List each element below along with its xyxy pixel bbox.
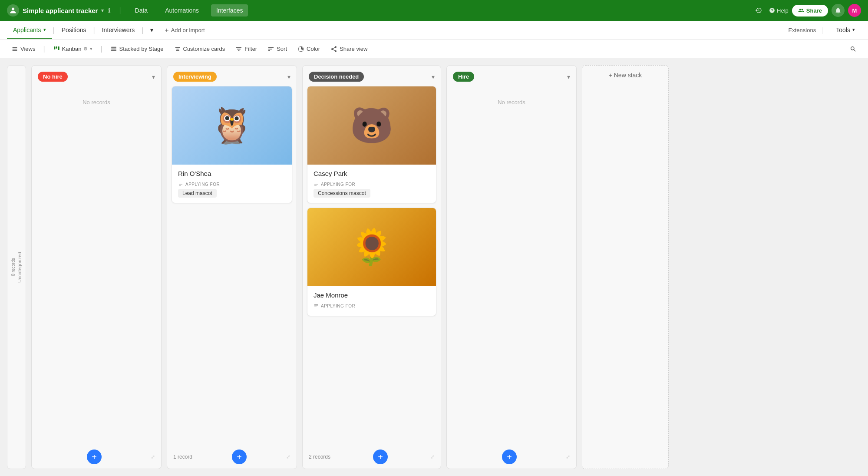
filter-button[interactable]: Filter <box>231 43 261 55</box>
new-stack-label: + New stack <box>609 72 642 79</box>
title-arrow: ▾ <box>101 8 104 13</box>
casey-applying-for-text: APPLYING FOR <box>321 182 355 187</box>
subnav-applicants[interactable]: Applicants ▾ <box>7 22 52 39</box>
sep2: | <box>92 26 96 34</box>
color-button[interactable]: Color <box>293 43 324 55</box>
nav-automations[interactable]: Automations <box>160 4 204 17</box>
no-hire-body: No records <box>32 86 161 445</box>
decision-needed-add-button[interactable]: + <box>373 450 388 464</box>
more-nav-button[interactable]: ▾ <box>144 22 159 39</box>
interviewing-add-button[interactable]: + <box>232 450 247 464</box>
logo-icon <box>7 4 19 17</box>
decision-needed-expand[interactable]: ⤢ <box>430 454 435 460</box>
interviewing-badge[interactable]: Interviewing <box>173 72 217 82</box>
filter-label: Filter <box>244 46 257 52</box>
no-hire-expand[interactable]: ⤢ <box>151 454 155 460</box>
jae-applying-for-text: APPLYING FOR <box>321 304 355 308</box>
nav-data[interactable]: Data <box>130 4 153 17</box>
hire-chevron[interactable]: ▾ <box>567 73 570 80</box>
hire-badge[interactable]: Hire <box>453 72 474 82</box>
casey-card-body: Casey Park APPLYING FOR Concessions masc… <box>307 165 436 203</box>
kanban-arrow: ▾ <box>90 46 92 52</box>
tools-button[interactable]: Tools ▾ <box>830 22 861 39</box>
card-jae[interactable]: 🌻 Jae Monroe APPLYING FOR <box>307 208 436 316</box>
share-button[interactable]: Share <box>792 5 828 17</box>
column-hire: Hire ▾ No records + ⤢ <box>446 65 577 469</box>
sep4: | <box>821 26 825 34</box>
subnav-interviewers[interactable]: Interviewers <box>96 22 141 39</box>
uncategorized-label: Uncategorized <box>17 252 22 283</box>
interviewing-expand[interactable]: ⤢ <box>286 454 290 460</box>
subnav-positions[interactable]: Positions <box>56 22 92 39</box>
app-title: Simple applicant tracker <box>23 7 98 14</box>
interviewing-body: 🦉 Rin O'Shea APPLYING FOR Lead mascot <box>167 86 297 445</box>
stacked-button[interactable]: Stacked by Stage <box>106 43 168 55</box>
svg-rect-4 <box>111 48 116 49</box>
board: Uncategorized 0 records No hire ▾ No rec… <box>0 58 868 476</box>
svg-rect-5 <box>111 50 116 51</box>
more-arrow: ▾ <box>150 26 153 33</box>
rin-applying-label: APPLYING FOR <box>178 182 286 187</box>
svg-rect-0 <box>54 46 55 50</box>
help-button[interactable]: Help <box>769 7 789 14</box>
sort-button[interactable]: Sort <box>263 43 291 55</box>
nav-interfaces[interactable]: Interfaces <box>211 4 248 17</box>
search-button[interactable] <box>845 43 861 55</box>
column-interviewing-header: Interviewing ▾ <box>167 66 297 86</box>
subnav-right: Extensions | Tools ▾ <box>789 22 861 39</box>
share-view-label: Share view <box>340 46 367 52</box>
decision-needed-chevron[interactable]: ▾ <box>432 73 435 80</box>
casey-applying-label: APPLYING FOR <box>314 182 430 187</box>
extensions-button[interactable]: Extensions <box>789 27 816 33</box>
card-rin[interactable]: 🦉 Rin O'Shea APPLYING FOR Lead mascot <box>172 86 292 203</box>
help-label: Help <box>777 7 789 14</box>
no-hire-chevron[interactable]: ▾ <box>152 73 155 80</box>
sep1: | <box>52 26 56 34</box>
applicants-arrow: ▾ <box>43 27 46 33</box>
rin-position: Lead mascot <box>178 189 217 198</box>
decision-needed-footer: 2 records + ⤢ <box>303 445 441 469</box>
applicants-label: Applicants <box>13 26 41 33</box>
add-icon: + <box>165 26 168 34</box>
kanban-button[interactable]: Kanban ⚙ ▾ <box>49 43 97 55</box>
tools-label: Tools <box>836 26 850 33</box>
app-logo[interactable]: Simple applicant tracker ▾ ℹ <box>7 4 110 17</box>
share-view-button[interactable]: Share view <box>326 43 372 55</box>
svg-rect-1 <box>56 46 57 49</box>
hire-expand[interactable]: ⤢ <box>566 454 570 460</box>
hire-empty: No records <box>451 86 572 119</box>
decision-needed-badge[interactable]: Decision needed <box>309 72 364 82</box>
add-import-button[interactable]: + Add or import <box>159 23 210 38</box>
card-casey[interactable]: 🐻 Casey Park APPLYING FOR Concessions ma… <box>307 86 436 203</box>
rin-image: 🦉 <box>172 86 292 165</box>
views-button[interactable]: Views <box>7 43 40 55</box>
new-stack-inner: + New stack <box>609 72 642 79</box>
history-button[interactable] <box>752 3 766 17</box>
no-hire-badge[interactable]: No hire <box>38 72 68 82</box>
decision-needed-count: 2 records <box>309 454 330 460</box>
no-hire-empty: No records <box>36 86 157 119</box>
interviewing-chevron[interactable]: ▾ <box>287 73 290 80</box>
svg-rect-3 <box>111 46 116 47</box>
jae-applying-label: APPLYING FOR <box>314 303 430 308</box>
stacked-label: Stacked by Stage <box>119 46 164 52</box>
uncategorized-column[interactable]: Uncategorized 0 records <box>7 65 26 469</box>
svg-rect-2 <box>58 46 59 50</box>
column-interviewing: Interviewing ▾ 🦉 Rin O'Shea APPLYING FOR… <box>167 65 297 469</box>
toolbar-sep1: | <box>43 45 45 53</box>
customize-button[interactable]: Customize cards <box>170 43 230 55</box>
toolbar-right <box>845 43 861 55</box>
new-stack-button[interactable]: + New stack <box>582 65 669 469</box>
user-avatar[interactable]: M <box>848 4 861 17</box>
customize-label: Customize cards <box>183 46 225 52</box>
toolbar: Views | Kanban ⚙ ▾ | Stacked by Stage Cu… <box>0 40 868 58</box>
notifications-button[interactable] <box>832 4 845 17</box>
casey-position: Concessions mascot <box>314 189 370 198</box>
kanban-label: Kanban <box>62 46 82 52</box>
no-hire-add-button[interactable]: + <box>87 450 102 464</box>
column-hire-header: Hire ▾ <box>447 66 576 86</box>
hire-add-button[interactable]: + <box>502 450 517 464</box>
add-label: Add or import <box>171 27 205 33</box>
column-no-hire-header: No hire ▾ <box>32 66 161 86</box>
tools-arrow: ▾ <box>852 27 855 33</box>
